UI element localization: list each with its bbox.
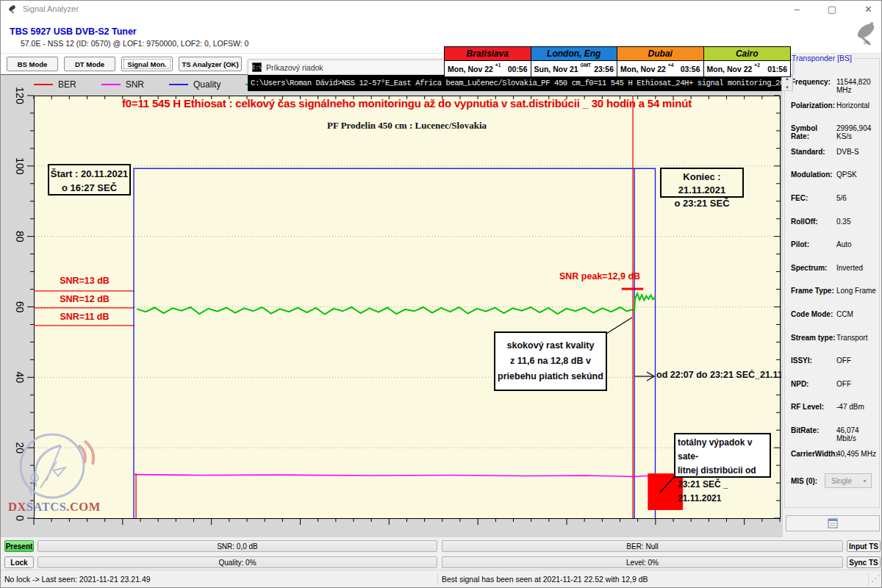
cmd-prompt-line[interactable]: C:\Users\Roman Dávid>NSS 12-57°E_East Af…: [248, 75, 781, 91]
chart-title: f0=11 545 H Ethiosat : celkový čas signá…: [34, 97, 780, 110]
input-ts-button[interactable]: Input TS: [847, 540, 881, 552]
outage-line1: totálny výpadok v sate-: [678, 436, 770, 464]
transponder-panel: Transponder [BS] Frequency: 11544,820 MH…: [784, 58, 880, 508]
end-date: Koniec : 21.11.2021: [662, 171, 742, 197]
mis-select[interactable]: Single▼: [825, 473, 872, 488]
snr-peak-label: SNR peak=12,9 dB: [559, 271, 677, 282]
transponder-field: BitRate: 46,074 Mbit/s: [791, 426, 876, 450]
svg-text:40: 40: [14, 372, 26, 384]
transponder-field: Frame Type: Long Frame: [791, 287, 876, 310]
field-label: RF Level:: [791, 403, 836, 411]
field-value: Long Frame: [836, 287, 876, 295]
jump-line3: priebehu piatich sekúnd: [495, 369, 606, 384]
snr-progressbar: SNR: 0,0 dB: [37, 540, 437, 552]
field-value: -47 dBm: [836, 403, 864, 411]
cmd-icon: C:\: [252, 62, 262, 72]
transponder-fields: Frequency: 11544,820 MHz Polarization: H…: [791, 78, 876, 473]
svg-text:80: 80: [14, 231, 26, 243]
scroll-down-icon[interactable]: ▼: [785, 85, 789, 90]
clock-utc-offset: GMT: [581, 62, 591, 68]
status-separator: [868, 573, 869, 586]
field-value: 29996,904 KS/s: [836, 124, 876, 140]
clock-city: Bratislava Mon, Nov 22 +1 00:56: [445, 47, 531, 76]
snr-12-label: SNR=12 dB: [34, 294, 135, 304]
wm-dx: DX: [8, 500, 26, 514]
field-value: Inverted: [836, 264, 863, 272]
transponder-field: FEC: 5/6: [791, 194, 876, 218]
field-label: Frame Type:: [791, 287, 836, 295]
field-label: FEC:: [791, 194, 836, 202]
end-time: o 23:21 SEČ: [662, 197, 742, 210]
ber-progressbar: BER: Null: [442, 540, 843, 552]
ts-analyzer-button[interactable]: TS Analyzer (OK): [179, 57, 242, 71]
chart-subtitle: PF Prodelin 450 cm : Lucenec/Slovakia: [34, 120, 780, 132]
watermark-text: DXSATCS.COM: [8, 500, 118, 514]
outage-line3: 23:21 SEČ _ 21.11.2021: [678, 478, 770, 506]
signal-mon-button[interactable]: Signal Mon.: [121, 57, 173, 71]
status-last-seen: No lock -> Last seen: 2021-11-21 23.21.4…: [4, 575, 151, 584]
jump-line1: skokový rast kvality: [495, 338, 606, 354]
maximize-button[interactable]: ▢: [823, 4, 841, 15]
snr-11-label: SNR=11 dB: [34, 312, 135, 322]
field-label: Code Mode:: [791, 310, 836, 318]
close-button[interactable]: ✕: [860, 4, 877, 15]
transponder-field: Symbol Rate: 29996,904 KS/s: [791, 124, 876, 148]
field-value: Horizontal: [836, 101, 870, 110]
clock-time: 03:56: [681, 65, 700, 74]
field-label: Stream type:: [791, 334, 836, 342]
status-best-signal: Best signal has been seen at 2021-11-21 …: [442, 575, 648, 584]
outage-box: totálny výpadok v sate- litnej distribúc…: [674, 433, 771, 478]
jump-line2: z 11,6 na 12,8 dB v: [495, 354, 606, 369]
tuner-details: 57.0E - NSS 12 (ID: 0570) @ LOF1: 975000…: [21, 39, 248, 48]
field-value: 11544,820 MHz: [836, 78, 876, 94]
quality-progressbar: Quality: 0%: [37, 556, 437, 568]
field-value: Auto: [836, 240, 852, 248]
field-value: 40,495 MHz: [836, 450, 876, 458]
field-label: ISSYI:: [791, 356, 836, 365]
resize-grip[interactable]: ⋰: [871, 573, 880, 584]
present-indicator[interactable]: Present: [4, 540, 34, 552]
record-button[interactable]: [786, 515, 880, 531]
report-icon: [828, 518, 838, 528]
svg-text:60: 60: [14, 301, 26, 313]
title-bar[interactable]: Signal Analyzer: [1, 1, 882, 17]
satellite-dish-icon: db: [850, 20, 880, 49]
lock-indicator[interactable]: Lock: [4, 556, 34, 568]
field-label: NPD:: [791, 380, 836, 388]
dxsatcs-watermark: DXSATCS.COM: [8, 432, 122, 519]
transponder-field: RF Level: -47 dBm: [791, 403, 876, 426]
outage-line2: litnej distribúcii od: [678, 464, 770, 478]
mis-value: Single: [831, 477, 852, 485]
dt-mode-button[interactable]: DT Mode: [64, 57, 115, 71]
field-label: BitRate:: [791, 426, 836, 434]
clock-time: 23:56: [594, 65, 614, 74]
clock-date: Mon, Nov 22: [707, 65, 753, 74]
transponder-field: Code Mode: CCM: [791, 310, 876, 334]
field-label: Spectrum:: [791, 264, 836, 272]
clock-utc-offset: +4: [668, 62, 673, 68]
tuner-name: TBS 5927 USB DVB-S2 Tuner: [10, 26, 137, 37]
transponder-field: Frequency: 11544,820 MHz: [791, 78, 876, 101]
field-label: Pilot:: [791, 240, 836, 248]
svg-text:db: db: [864, 40, 870, 45]
cmd-scrollbar[interactable]: ▲▼: [781, 75, 793, 91]
clock-city-name: London, Eng: [531, 47, 617, 61]
clock-date: Sun, Nov 21: [534, 65, 578, 74]
signal-analyzer-window: { "window": {"title": "Signal Analyzer",…: [0, 0, 882, 588]
start-annotation-box: Štart : 20.11.2021 o 16:27 SEČ: [48, 164, 131, 196]
sync-ts-button[interactable]: Sync TS: [847, 556, 881, 568]
clock-body: Mon, Nov 22 +4 03:56: [617, 61, 703, 76]
quality-jump-box: skokový rast kvality z 11,6 na 12,8 dB v…: [494, 331, 607, 391]
field-label: Modulation:: [791, 171, 836, 179]
bs-mode-button[interactable]: BS Mode: [7, 57, 58, 71]
mode-buttons: BS Mode DT Mode Signal Mon. TS Analyzer …: [7, 57, 242, 71]
field-label: Polarization:: [791, 101, 836, 110]
clock-body: Mon, Nov 22 +2 01:56: [704, 61, 791, 76]
watermark-dish-icon: [8, 432, 111, 500]
minimize-button[interactable]: –: [790, 4, 804, 15]
transponder-field: RollOff: 0.35: [791, 218, 876, 241]
clock-city-name: Dubai: [617, 47, 703, 61]
clock-city: Cairo Mon, Nov 22 +2 01:56: [704, 47, 791, 76]
world-clocks-widget[interactable]: Bratislava Mon, Nov 22 +1 00:56 London, …: [444, 46, 791, 77]
transponder-field: Pilot: Auto: [791, 240, 876, 264]
